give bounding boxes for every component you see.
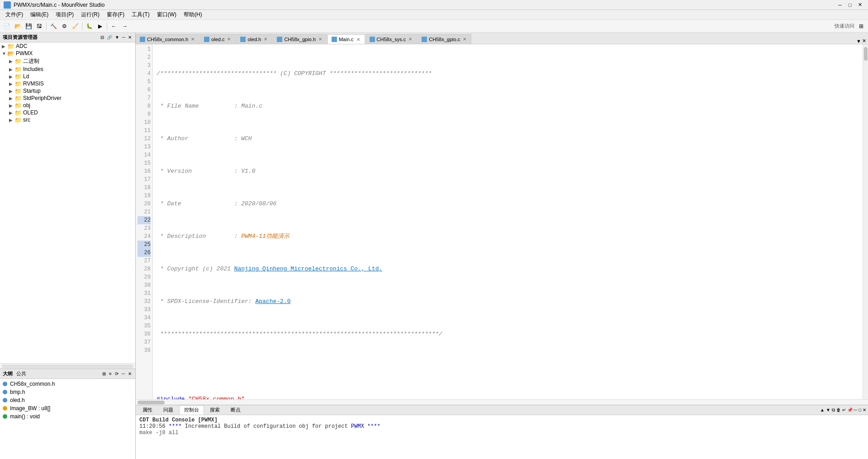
close-bottom-icon[interactable]: ✕ (863, 407, 866, 412)
sync-icon[interactable]: ⟳ (114, 371, 119, 377)
filter-icon[interactable]: ≡ (108, 371, 113, 377)
symbol-imagebw[interactable]: Image_BW : u8[] (1, 404, 134, 412)
symbol-oled[interactable]: oled.h (1, 396, 134, 404)
maximize-bottom-icon[interactable]: □ (859, 407, 861, 412)
tab-ch58x-gpio-h[interactable]: CH58x_gpio.h ✕ (273, 34, 327, 44)
bottom-tab-search[interactable]: 搜索 (205, 405, 225, 415)
project-tree[interactable]: ▶ 📁 ADC ▼ 📂 PWMX ▶ 📁 二进制 ▶ 📁 Includes (0, 43, 135, 363)
tab-bar-icons: ▼ ✕ (854, 38, 868, 44)
tab-main-c[interactable]: Main.c ✕ (327, 34, 365, 44)
tab-ch58x-common[interactable]: CH58x_common.h ✕ (136, 34, 199, 44)
tab-close-oled-h[interactable]: ✕ (263, 37, 268, 42)
clear-icon[interactable]: 🗑 (836, 407, 841, 412)
line-num-31: 31 (138, 289, 151, 298)
sort-icon[interactable]: ⊞ (101, 371, 107, 377)
tree-item-binary[interactable]: ▶ 📁 二进制 (0, 57, 135, 66)
folder-icon-rvmsis: 📁 (14, 80, 22, 87)
menu-file[interactable]: 文件(F) (2, 10, 27, 19)
tree-item-ld[interactable]: ▶ 📁 Ld (0, 73, 135, 80)
toolbar-open[interactable]: 📂 (13, 21, 23, 31)
maximize-button[interactable]: □ (845, 1, 854, 9)
close-outline-icon[interactable]: ✕ (127, 371, 133, 377)
toolbar-sep2 (82, 22, 82, 30)
scroll-up-icon[interactable]: ▲ (820, 407, 825, 412)
tab-close-ch58x-gpio-h[interactable]: ✕ (318, 37, 323, 42)
code-line-5: * Date : 2020/08/06 (157, 200, 859, 208)
menu-run[interactable]: 运行(R) (77, 10, 103, 19)
collapse-outline-icon[interactable]: ─ (121, 371, 126, 377)
bottom-tab-console[interactable]: 控制台 (179, 405, 204, 415)
line-num-7: 7 (138, 94, 151, 102)
tab-close-main-c[interactable]: ✕ (356, 37, 361, 42)
line-num-14: 14 (138, 151, 151, 159)
close-button[interactable]: ✕ (855, 1, 864, 9)
tab-close-oled-c[interactable]: ✕ (226, 37, 232, 42)
menu-help[interactable]: 帮助(H) (180, 10, 206, 19)
toolbar-build-all[interactable]: ⚙ (59, 21, 69, 31)
editor-hscrollbar[interactable] (136, 399, 868, 405)
menu-tools[interactable]: 工具(T) (128, 10, 153, 19)
tree-arrow-binary: ▶ (9, 59, 14, 64)
tree-item-adc[interactable]: ▶ 📁 ADC (0, 43, 135, 50)
toolbar-run[interactable]: ▶ (95, 21, 105, 31)
symbol-main[interactable]: main() : void (1, 412, 134, 421)
tree-item-includes[interactable]: ▶ 📁 Includes (0, 66, 135, 73)
toolbar-layout[interactable]: ⊞ (856, 21, 866, 31)
tree-item-rvmsis[interactable]: ▶ 📁 RVMSIS (0, 80, 135, 87)
menu-project[interactable]: 项目(P) (52, 10, 77, 19)
tab-oled-c[interactable]: oled.c ✕ (200, 34, 236, 44)
close-editor-icon[interactable]: ✕ (862, 38, 866, 44)
close-panel-icon[interactable]: ✕ (127, 34, 133, 40)
tree-item-stdperiph[interactable]: ▶ 📁 StdPeriphDriver (0, 95, 135, 102)
tab-icon-ch58x-common (140, 37, 145, 42)
toolbar-debug[interactable]: 🐛 (84, 21, 94, 31)
minimize-panel-icon[interactable]: ─ (121, 34, 126, 40)
console-line-2: make -j8 all (139, 430, 864, 436)
toolbar-save-all[interactable]: 🖫 (34, 21, 44, 31)
toolbar-clean[interactable]: 🧹 (70, 21, 80, 31)
symbol-ch58x-common[interactable]: CH58x_common.h (1, 380, 134, 388)
tab-list-icon[interactable]: ▼ (856, 38, 861, 44)
tab-ch58x-sys-c[interactable]: CH58x_sys.c ✕ (365, 34, 417, 44)
public-tab[interactable]: 公共 (16, 370, 26, 377)
code-editor[interactable]: /********************************* (C) C… (153, 44, 863, 399)
tree-label-pwmx: PWMX (16, 50, 33, 57)
menu-save[interactable]: 窗存(F) (103, 10, 128, 19)
folder-icon-startup: 📁 (14, 88, 22, 94)
right-panel: CH58x_common.h ✕ oled.c ✕ oled.h ✕ CH58x… (136, 33, 868, 459)
menu-edit[interactable]: 编辑(E) (27, 10, 52, 19)
tree-item-pwmx[interactable]: ▼ 📂 PWMX (0, 50, 135, 57)
tree-item-oled[interactable]: ▶ 📁 OLED (0, 109, 135, 116)
toolbar-new[interactable]: 📄 (2, 21, 12, 31)
menu-window[interactable]: 窗口(W) (153, 10, 180, 19)
tab-ch58x-gpio-c[interactable]: CH58x_gpio.c ✕ (417, 34, 471, 44)
bottom-tab-breakpoints[interactable]: 断点 (226, 405, 246, 415)
tree-item-obj[interactable]: ▶ 📁 obj (0, 102, 135, 109)
collapse-all-icon[interactable]: ⊟ (100, 34, 105, 40)
pin-icon[interactable]: 📌 (847, 407, 853, 412)
toolbar-build[interactable]: 🔨 (48, 21, 58, 31)
symbol-panel: 大纲 公共 ⊞ ≡ ⟳ ─ ✕ CH58x_common.h (0, 369, 135, 459)
bottom-tab-properties[interactable]: 属性 (138, 405, 157, 415)
tab-close-ch58x-sys-c[interactable]: ✕ (408, 37, 413, 42)
tab-oled-h[interactable]: oled.h ✕ (236, 34, 272, 44)
minimize-button[interactable]: ─ (835, 1, 844, 9)
toolbar-save[interactable]: 💾 (24, 21, 33, 31)
minimize-bottom-icon[interactable]: ─ (854, 407, 857, 412)
outline-tab[interactable]: 大纲 (3, 370, 13, 377)
tab-close-ch58x-common[interactable]: ✕ (190, 37, 195, 42)
tree-item-startup[interactable]: ▶ 📁 Startup (0, 87, 135, 95)
symbol-bmp[interactable]: bmp.h (1, 388, 134, 396)
panel-menu-icon[interactable]: ▼ (114, 34, 120, 40)
link-editor-icon[interactable]: 🔗 (106, 34, 113, 40)
scroll-down-icon[interactable]: ▼ (826, 407, 830, 412)
console-title-line: CDT Build Console [PWMX] (139, 417, 864, 423)
word-wrap-icon[interactable]: ↵ (842, 407, 846, 412)
toolbar-back[interactable]: ← (109, 21, 119, 31)
copy-icon[interactable]: ⧉ (832, 407, 835, 413)
tree-item-src[interactable]: ▶ 📁 src (0, 116, 135, 123)
bottom-tab-problems[interactable]: 问题 (158, 405, 178, 415)
tab-close-ch58x-gpio-c[interactable]: ✕ (462, 37, 467, 42)
toolbar-forward[interactable]: → (120, 21, 130, 31)
editor-vscrollbar[interactable] (863, 44, 868, 399)
